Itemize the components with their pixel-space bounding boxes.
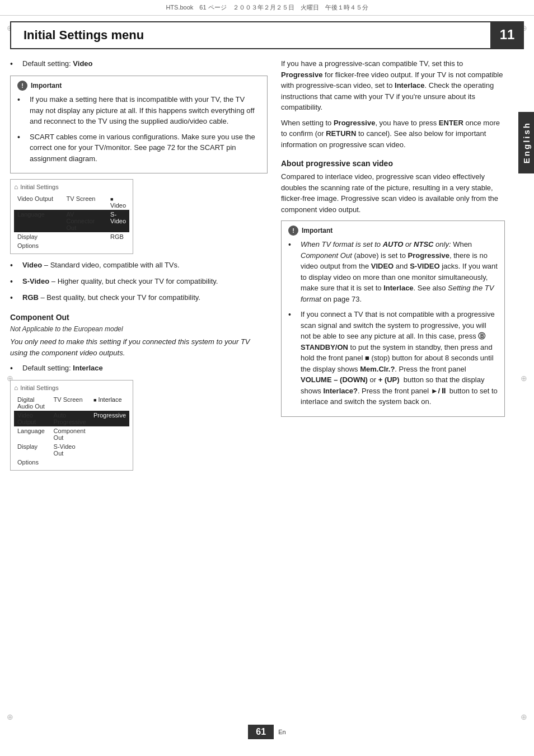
important-bullet-2: • SCART cables come in various configura… [17,132,260,165]
page-wrapper: ⊕ ⊕ ⊕ ⊕ ⊕ ⊕ HTS.book 61 ページ ２００３年２月２５日 火… [0,0,534,756]
menu2-cell-1-1: Digital Audio Out [14,395,50,411]
right-column: If you have a progressive-scan compatibl… [281,58,505,476]
bullet-dot-2: • [17,132,25,165]
default-setting2-value: Interlace [73,364,102,372]
menu-title-2: Initial Settings [20,384,58,391]
important-label-1: Important [31,82,62,90]
important-title-1: ! Important [17,81,260,91]
menu-table-2: Digital Audio Out TV Screen ■ Interlace … [14,395,129,467]
page-number: 61 [256,727,266,736]
page-footer: 61 En [0,725,534,739]
left-column: • Default setting: Video ! Important • I… [10,58,268,476]
bullet-dot-1: • [17,94,25,127]
important-text-2: SCART cables come in various configurati… [30,132,260,165]
svideo-text: S-Video – Higher quality, but check your… [22,276,218,288]
reg-mark-br: ⊕ [518,711,530,722]
home-icon-1: ⌂ [14,183,18,191]
menu2-cell-5-3 [90,458,129,467]
book-info-text: HTS.book 61 ページ ２００３年２月２５日 火曜日 午後１時４５分 [166,4,368,11]
reg-mark-bl: ⊕ [4,711,16,722]
menu-table-1: Video Output TV Screen ■ Video Language … [14,194,129,250]
menu2-cell-5-1: Options [14,458,50,467]
important-bullet-1: • If you make a setting here that is inc… [17,94,260,127]
rgb-bullet: • RGB – Best quality, but check your TV … [10,292,268,304]
main-content: • Default setting: Video ! Important • I… [10,49,524,476]
component-out-heading: Component Out [10,313,268,322]
important-box-2: ! Important • When TV format is set to A… [281,220,505,417]
menu-row-2: Language AV Connector Out S-Video [14,210,129,232]
default-setting-label: Default setting: Video [22,58,93,70]
warning-icon-1: ! [17,81,27,91]
video-bullet: • Video – Standard video, compatible wit… [10,260,268,271]
menu2-cell-2-3: Progressive [90,411,129,426]
about-progressive-text: Compared to interlace video, progressive… [281,171,505,215]
important-box-1: ! Important • If you make a setting here… [10,76,268,173]
important-text-1: If you make a setting here that is incom… [30,94,260,127]
menu-cell-4-3 [107,241,129,250]
important-label-2: Important [302,227,332,234]
important2-text-2: If you connect a TV that is not compatib… [301,309,498,407]
menu-cell-2-2: AV Connector Out [63,210,107,232]
bullet-dot-sv: • [10,276,18,288]
menu-cell-2-1: Language [14,210,63,232]
important-title-2: ! Important [288,226,498,236]
menu2-cell-4-2: S-Video Out [50,442,90,458]
right-progressive-info: When setting to Progressive, you have to… [281,118,505,151]
menu-title-bar-1: ⌂ Initial Settings [14,183,129,191]
default-setting2-label: Default setting: Interlace [22,363,103,374]
menu-cell-1-3: ■ Video [107,194,129,210]
menu-screenshot-1: ⌂ Initial Settings Video Output TV Scree… [10,179,133,254]
menu2-cell-3-3 [90,426,129,442]
warning-icon-2: ! [288,226,298,236]
menu-title-1: Initial Settings [20,184,58,190]
menu2-cell-3-2: Component Out [50,426,90,442]
page-number-box: 61 [248,725,274,739]
page-title: Initial Settings menu [24,28,144,42]
menu-cell-2-3: S-Video [107,210,129,232]
rgb-text: RGB – Best quality, but check your TV fo… [22,292,200,304]
menu-cell-1-2: TV Screen [63,194,107,210]
page-header: Initial Settings menu 11 [10,21,524,49]
menu-cell-4-1: Options [14,241,63,250]
page-title-box: Initial Settings menu [10,21,490,48]
menu-cell-1-1: Video Output [14,194,63,210]
bullet-dot-r2: • [288,309,296,407]
menu2-row-5: Options [14,458,129,467]
menu2-row-3: Language Component Out [14,426,129,442]
book-info-strip: HTS.book 61 ページ ２００３年２月２５日 火曜日 午後１時４５分 [0,0,534,16]
menu2-row-4: Display S-Video Out [14,442,129,458]
menu-screenshot-2: ⌂ Initial Settings Digital Audio Out TV … [10,380,133,471]
video-text: Video – Standard video, compatible with … [22,260,180,271]
default-setting-video: • Default setting: Video [10,58,268,70]
menu2-cell-4-1: Display [14,442,50,458]
menu-row-4: Options [14,241,129,250]
important2-text-1: When TV format is set to AUTO or NTSC on… [301,239,498,304]
menu-cell-3-2 [63,232,107,241]
important2-bullet-2: • If you connect a TV that is not compat… [288,309,498,407]
menu-cell-3-3: RGB [107,232,129,241]
component-desc: You only need to make this setting if yo… [10,336,268,358]
default-setting-value: Video [73,59,92,68]
menu2-cell-2-2: Auto Progressive [50,411,90,426]
menu-cell-4-2 [63,241,107,250]
important2-bullet-1: • When TV format is set to AUTO or NTSC … [288,239,498,304]
menu-row-1: Video Output TV Screen ■ Video [14,194,129,210]
menu-cell-3-1: Display [14,232,63,241]
bullet-dot-r1: • [288,239,296,304]
bullet-dot-i: • [10,363,18,374]
chapter-number: 11 [500,27,515,43]
menu2-row-1: Digital Audio Out TV Screen ■ Interlace [14,395,129,411]
bullet-dot: • [10,58,18,70]
bullet-dot-rgb: • [10,292,18,304]
menu2-cell-5-2 [50,458,90,467]
menu2-cell-3-1: Language [14,426,50,442]
default-setting-interlace: • Default setting: Interlace [10,363,268,374]
right-intro-text: If you have a progressive-scan compatibl… [281,58,505,113]
menu-row-3: Display RGB [14,232,129,241]
chapter-number-box: 11 [490,21,524,48]
menu-title-bar-2: ⌂ Initial Settings [14,384,129,392]
bullet-dot-v: • [10,260,18,271]
menu2-cell-1-3: ■ Interlace [90,395,129,411]
menu2-cell-1-2: TV Screen [50,395,90,411]
svideo-bullet: • S-Video – Higher quality, but check yo… [10,276,268,288]
